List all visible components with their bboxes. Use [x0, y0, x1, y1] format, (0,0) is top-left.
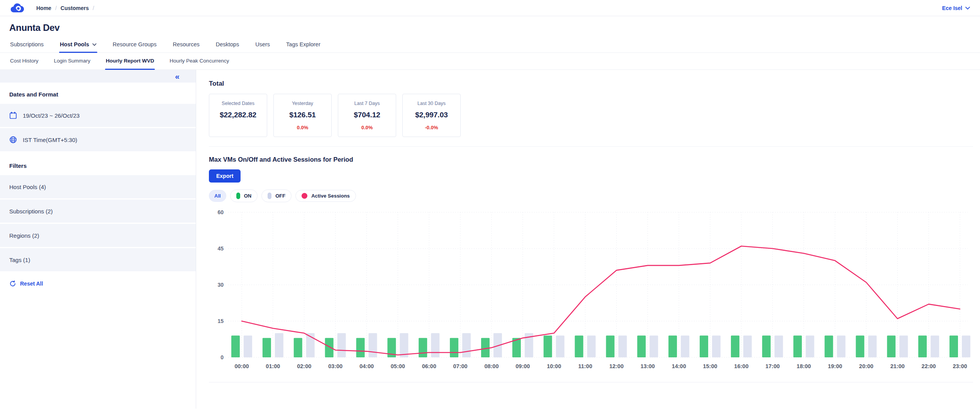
- card-label: Last 30 Days: [417, 101, 446, 106]
- on-dot-icon: [236, 193, 240, 199]
- svg-text:00:00: 00:00: [234, 363, 249, 369]
- svg-text:05:00: 05:00: [391, 363, 405, 369]
- total-heading: Total: [209, 80, 973, 88]
- main-tabs: Subscriptions Host Pools Resource Groups…: [0, 38, 980, 53]
- svg-text:60: 60: [217, 209, 224, 215]
- svg-text:15: 15: [217, 318, 224, 324]
- svg-text:02:00: 02:00: [297, 363, 311, 369]
- filter-tags[interactable]: Tags (1): [0, 248, 196, 271]
- timezone-value: IST Time(GMT+5:30): [23, 137, 77, 143]
- refresh-icon: [9, 280, 16, 287]
- total-cards: Selected Dates $22,282.82 Yesterday $126…: [209, 94, 973, 147]
- filter-host-pools[interactable]: Host Pools (4): [0, 175, 196, 198]
- svg-text:21:00: 21:00: [890, 363, 905, 369]
- breadcrumb-customers[interactable]: Customers: [61, 5, 89, 11]
- app-logo-icon[interactable]: [10, 2, 25, 14]
- date-range-value: 19/Oct/23 ~ 26/Oct/23: [23, 112, 80, 119]
- card-delta: 0.0%: [361, 125, 373, 130]
- page-header: Anunta Dev: [0, 16, 980, 33]
- breadcrumb-separator: /: [55, 5, 57, 11]
- svg-text:23:00: 23:00: [953, 363, 967, 369]
- legend-on[interactable]: ON: [230, 189, 258, 202]
- svg-text:12:00: 12:00: [609, 363, 624, 369]
- card-last-30-days: Last 30 Days $2,997.03 -0.0%: [402, 94, 461, 137]
- svg-text:01:00: 01:00: [266, 363, 280, 369]
- sidebar-collapse-strip: «: [0, 70, 196, 83]
- svg-text:30: 30: [217, 282, 224, 288]
- active-sessions-dot-icon: [302, 193, 307, 199]
- tab-desktops[interactable]: Desktops: [215, 38, 240, 52]
- chevron-down-icon: [92, 43, 97, 46]
- export-button[interactable]: Export: [209, 169, 241, 183]
- svg-text:18:00: 18:00: [797, 363, 811, 369]
- svg-text:17:00: 17:00: [765, 363, 780, 369]
- main-content: Total Selected Dates $22,282.82 Yesterda…: [196, 70, 980, 409]
- reset-all-button[interactable]: Reset All: [0, 272, 196, 295]
- card-selected-dates: Selected Dates $22,282.82: [209, 94, 267, 137]
- svg-text:10:00: 10:00: [547, 363, 561, 369]
- tab-resource-groups[interactable]: Resource Groups: [112, 38, 158, 52]
- legend-all[interactable]: All: [209, 190, 226, 202]
- user-menu[interactable]: Ece Isel: [942, 5, 970, 11]
- svg-text:45: 45: [217, 245, 224, 252]
- tab-users[interactable]: Users: [254, 38, 271, 52]
- breadcrumb-separator: /: [93, 5, 94, 11]
- svg-text:03:00: 03:00: [328, 363, 342, 369]
- svg-text:14:00: 14:00: [672, 363, 686, 369]
- card-label: Yesterday: [292, 101, 313, 106]
- svg-text:07:00: 07:00: [453, 363, 468, 369]
- collapse-sidebar-icon[interactable]: «: [175, 72, 180, 80]
- tab-subscriptions[interactable]: Subscriptions: [9, 38, 44, 52]
- svg-text:0: 0: [220, 354, 224, 360]
- svg-text:22:00: 22:00: [922, 363, 936, 369]
- calendar-icon: [9, 112, 17, 119]
- card-last-7-days: Last 7 Days $704.12 0.0%: [338, 94, 396, 137]
- filter-regions[interactable]: Regions (2): [0, 224, 196, 247]
- page-title: Anunta Dev: [9, 22, 980, 33]
- filter-subscriptions[interactable]: Subscriptions (2): [0, 200, 196, 223]
- chevron-down-icon: [965, 7, 970, 10]
- dates-and-format-heading: Dates and Format: [0, 83, 196, 104]
- svg-text:09:00: 09:00: [515, 363, 530, 369]
- chart-legend: All ON OFF Active Sessions: [209, 189, 973, 202]
- svg-text:08:00: 08:00: [484, 363, 498, 369]
- subtab-cost-history[interactable]: Cost History: [9, 53, 39, 69]
- card-label: Selected Dates: [222, 101, 254, 106]
- chart-bottom-divider: [209, 382, 973, 382]
- subtab-hourly-peak-concurrency[interactable]: Hourly Peak Concurrency: [169, 53, 230, 69]
- svg-text:04:00: 04:00: [359, 363, 374, 369]
- card-value: $2,997.03: [415, 111, 448, 119]
- tab-resources[interactable]: Resources: [172, 38, 200, 52]
- top-bar: Home / Customers / Ece Isel: [0, 0, 980, 16]
- breadcrumb: Home / Customers /: [36, 5, 94, 11]
- svg-text:19:00: 19:00: [828, 363, 842, 369]
- card-value: $22,282.82: [220, 111, 256, 119]
- card-delta: -0.0%: [425, 125, 438, 130]
- card-yesterday: Yesterday $126.51 0.0%: [273, 94, 332, 137]
- tab-tags-explorer[interactable]: Tags Explorer: [285, 38, 321, 52]
- legend-active-sessions[interactable]: Active Sessions: [295, 190, 356, 202]
- subtab-login-summary[interactable]: Login Summary: [53, 53, 92, 69]
- breadcrumb-home[interactable]: Home: [36, 5, 51, 11]
- svg-text:13:00: 13:00: [641, 363, 655, 369]
- vm-sessions-chart[interactable]: 01530456000:0001:0002:0003:0004:0005:000…: [209, 207, 973, 381]
- globe-icon: [9, 136, 17, 144]
- filters-sidebar: « Dates and Format 19/Oct/23 ~ 26/Oct/23…: [0, 70, 196, 409]
- sub-tabs: Cost History Login Summary Hourly Report…: [0, 53, 980, 70]
- svg-text:16:00: 16:00: [734, 363, 748, 369]
- chart-heading: Max VMs On/Off and Active Sessions for P…: [209, 156, 973, 163]
- legend-off[interactable]: OFF: [261, 189, 292, 202]
- tab-host-pools[interactable]: Host Pools: [59, 38, 97, 52]
- user-name: Ece Isel: [942, 5, 962, 11]
- svg-text:11:00: 11:00: [578, 363, 592, 369]
- card-value: $704.12: [354, 111, 380, 119]
- card-delta: 0.0%: [297, 125, 309, 130]
- timezone-selector[interactable]: IST Time(GMT+5:30): [0, 128, 196, 151]
- card-label: Last 7 Days: [354, 101, 380, 106]
- svg-text:06:00: 06:00: [422, 363, 436, 369]
- card-value: $126.51: [289, 111, 316, 119]
- date-range-selector[interactable]: 19/Oct/23 ~ 26/Oct/23: [0, 104, 196, 127]
- off-dot-icon: [268, 193, 271, 199]
- svg-text:15:00: 15:00: [703, 363, 717, 369]
- subtab-hourly-report-wvd[interactable]: Hourly Report WVD: [105, 53, 155, 69]
